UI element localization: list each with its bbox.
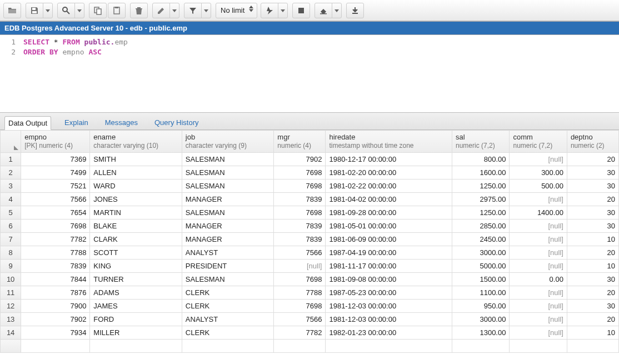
editor-code[interactable]: SELECT * FROM public.empORDER BY empno A… [20, 35, 128, 112]
cell[interactable]: 7698 [274, 166, 326, 179]
cell[interactable]: 800.00 [452, 153, 510, 166]
cell[interactable]: 2975.00 [452, 193, 510, 206]
find-dropdown[interactable] [74, 3, 84, 18]
cell[interactable]: 10 [567, 233, 618, 246]
cell[interactable]: SALESMAN [182, 273, 274, 286]
tab-data-output[interactable]: Data Output [4, 116, 51, 130]
cell[interactable]: 7566 [274, 246, 326, 260]
row-header[interactable]: 6 [1, 220, 21, 233]
find-button[interactable] [57, 3, 75, 18]
limit-select[interactable]: No limit [216, 3, 257, 18]
cell[interactable]: JONES [90, 193, 182, 206]
cell[interactable]: [null] [274, 260, 326, 273]
cell[interactable]: 7900 [21, 300, 90, 313]
cell[interactable]: 1987-05-23 00:00:00 [326, 286, 452, 300]
cell[interactable]: 30 [567, 300, 618, 313]
cell[interactable]: 7499 [21, 166, 90, 179]
cell[interactable]: 7839 [274, 193, 326, 206]
cell[interactable]: 7839 [274, 233, 326, 246]
table-row[interactable]: 77782CLARKMANAGER78391981-06-09 00:00:00… [1, 233, 619, 246]
table-row[interactable]: 117876ADAMSCLERK77881987-05-23 00:00:001… [1, 286, 619, 300]
stop-button[interactable] [292, 3, 310, 18]
column-header-mgr[interactable]: mgrnumeric (4) [274, 131, 326, 153]
cell[interactable]: 7698 [274, 179, 326, 193]
paste-button[interactable] [108, 3, 126, 18]
cell[interactable]: [null] [510, 260, 567, 273]
cell[interactable]: 30 [567, 206, 618, 220]
cell[interactable]: 1100.00 [452, 286, 510, 300]
cell[interactable]: 7782 [274, 326, 326, 340]
table-row[interactable]: 107844TURNERSALESMAN76981981-09-08 00:00… [1, 273, 619, 286]
column-header-deptno[interactable]: deptnonumeric (2) [567, 131, 618, 153]
copy-button[interactable] [89, 3, 107, 18]
cell[interactable]: SALESMAN [182, 166, 274, 179]
cell[interactable]: 1981-11-17 00:00:00 [326, 260, 452, 273]
select-all-corner[interactable] [1, 131, 21, 153]
tab-messages[interactable]: Messages [102, 116, 141, 129]
cell[interactable]: 1981-09-08 00:00:00 [326, 273, 452, 286]
cell[interactable]: 7698 [274, 300, 326, 313]
cell[interactable]: 950.00 [452, 300, 510, 313]
row-header[interactable]: 14 [1, 326, 21, 340]
row-header[interactable]: 11 [1, 286, 21, 300]
execute-dropdown[interactable] [278, 3, 288, 18]
cell[interactable]: 7369 [21, 153, 90, 166]
cell[interactable]: MILLER [90, 326, 182, 340]
cell[interactable]: 1981-12-03 00:00:00 [326, 313, 452, 326]
row-header[interactable]: 13 [1, 313, 21, 326]
cell[interactable]: 7934 [21, 326, 90, 340]
cell[interactable]: 1981-04-02 00:00:00 [326, 193, 452, 206]
column-header-hiredate[interactable]: hiredatetimestamp without time zone [326, 131, 452, 153]
cell[interactable]: 7782 [21, 233, 90, 246]
filter-button[interactable] [184, 3, 202, 18]
cell[interactable]: 30 [567, 179, 618, 193]
cell[interactable]: 30 [567, 166, 618, 179]
cell[interactable]: 20 [567, 313, 618, 326]
cell[interactable]: ANALYST [182, 313, 274, 326]
cell[interactable]: PRESIDENT [182, 260, 274, 273]
sql-editor[interactable]: 12 SELECT * FROM public.empORDER BY empn… [0, 35, 619, 113]
row-header[interactable]: 9 [1, 260, 21, 273]
open-file-button[interactable] [3, 3, 21, 18]
row-header[interactable]: 8 [1, 246, 21, 260]
cell[interactable]: SCOTT [90, 246, 182, 260]
cell[interactable]: 7839 [21, 260, 90, 273]
column-header-ename[interactable]: enamecharacter varying (10) [90, 131, 182, 153]
cell[interactable]: 7698 [21, 220, 90, 233]
row-header[interactable]: 3 [1, 179, 21, 193]
cell[interactable]: 7902 [274, 153, 326, 166]
cell[interactable]: MANAGER [182, 193, 274, 206]
tab-query-history[interactable]: Query History [151, 116, 202, 129]
cell[interactable]: 1400.00 [510, 206, 567, 220]
cell[interactable]: 1981-09-28 00:00:00 [326, 206, 452, 220]
table-row[interactable]: 47566JONESMANAGER78391981-04-02 00:00:00… [1, 193, 619, 206]
download-button[interactable] [346, 3, 364, 18]
clear-dropdown[interactable] [332, 3, 342, 18]
table-row[interactable]: 37521WARDSALESMAN76981981-02-22 00:00:00… [1, 179, 619, 193]
save-dropdown[interactable] [43, 3, 53, 18]
cell[interactable]: MANAGER [182, 220, 274, 233]
cell[interactable]: 1250.00 [452, 179, 510, 193]
cell[interactable]: 10 [567, 260, 618, 273]
cell[interactable]: 500.00 [510, 179, 567, 193]
table-row[interactable]: 147934MILLERCLERK77821982-01-23 00:00:00… [1, 326, 619, 340]
cell[interactable]: 7788 [21, 246, 90, 260]
cell[interactable]: 7566 [274, 313, 326, 326]
edit-dropdown[interactable] [169, 3, 179, 18]
cell[interactable]: KING [90, 260, 182, 273]
cell[interactable]: 1982-01-23 00:00:00 [326, 326, 452, 340]
cell[interactable]: [null] [510, 193, 567, 206]
column-header-comm[interactable]: commnumeric (7,2) [510, 131, 567, 153]
cell[interactable]: JAMES [90, 300, 182, 313]
row-header[interactable]: 4 [1, 193, 21, 206]
cell[interactable]: 1981-06-09 00:00:00 [326, 233, 452, 246]
row-header[interactable]: 1 [1, 153, 21, 166]
table-row[interactable]: 87788SCOTTANALYST75661987-04-19 00:00:00… [1, 246, 619, 260]
cell[interactable]: 7566 [21, 193, 90, 206]
cell[interactable]: FORD [90, 313, 182, 326]
cell[interactable]: SALESMAN [182, 153, 274, 166]
cell[interactable]: 7521 [21, 179, 90, 193]
cell[interactable]: [null] [510, 153, 567, 166]
cell[interactable]: 7839 [274, 220, 326, 233]
cell[interactable]: 7876 [21, 286, 90, 300]
